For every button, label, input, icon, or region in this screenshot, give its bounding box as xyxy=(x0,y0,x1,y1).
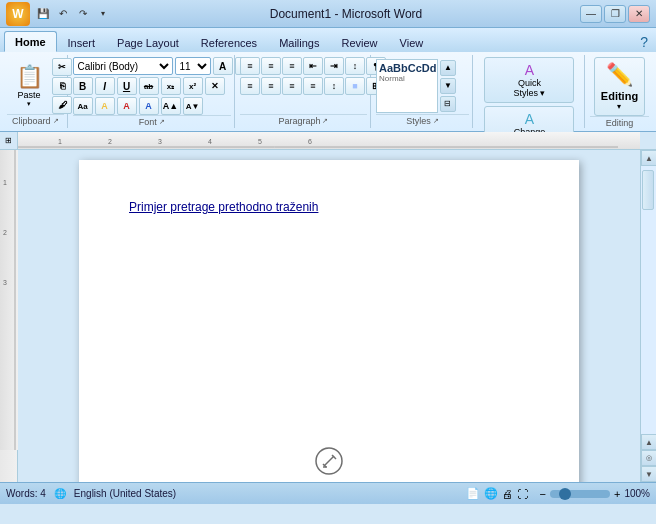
minimize-button[interactable]: — xyxy=(580,5,602,23)
scroll-thumb[interactable] xyxy=(642,170,654,210)
svg-text:5: 5 xyxy=(258,138,262,145)
shading-button[interactable]: ■ xyxy=(345,77,365,95)
styles-more-icon[interactable]: ⊟ xyxy=(440,96,456,112)
tab-page-layout[interactable]: Page Layout xyxy=(106,32,190,52)
tab-insert[interactable]: Insert xyxy=(57,32,107,52)
view-full-icon[interactable]: ⛶ xyxy=(517,488,528,500)
clipboard-arrow-icon[interactable]: ↗ xyxy=(53,117,59,125)
doc-scroll-area[interactable]: Primjer pretrage prethodno traženih xyxy=(18,150,640,482)
grow-font-button[interactable]: A xyxy=(213,57,233,75)
svg-text:3: 3 xyxy=(3,279,7,286)
paragraph-content: ≡ ≡ ≡ ⇤ ⇥ ↕ ¶ ≡ ≡ ≡ ≡ ↕ ■ ⊞ xyxy=(240,57,367,114)
numbering-button[interactable]: ≡ xyxy=(261,57,281,75)
tab-view[interactable]: View xyxy=(389,32,435,52)
tab-review[interactable]: Review xyxy=(330,32,388,52)
zoom-level[interactable]: 100% xyxy=(624,488,650,499)
redo-quick-btn[interactable]: ↷ xyxy=(74,6,92,22)
bullets-button[interactable]: ≡ xyxy=(240,57,260,75)
bold-button[interactable]: B xyxy=(73,77,93,95)
qa-dropdown-btn[interactable]: ▾ xyxy=(94,6,112,22)
ribbon: 📋 Paste ▾ ✂ ⎘ 🖌 Clipboard ↗ Calibri (Bod… xyxy=(0,52,656,132)
decrease-indent-button[interactable]: ⇤ xyxy=(303,57,323,75)
font-color-button[interactable]: A xyxy=(117,97,137,115)
tab-home[interactable]: Home xyxy=(4,31,57,52)
change-styles-icon: A xyxy=(493,111,565,127)
undo-quick-btn[interactable]: ↶ xyxy=(54,6,72,22)
font-color-row: Aa A A A A▲ A▼ xyxy=(73,97,203,115)
status-bar: Words: 4 🌐 English (United States) 📄 🌐 🖨… xyxy=(0,482,656,504)
align-left-button[interactable]: ≡ xyxy=(240,77,260,95)
quick-styles-group: A QuickStyles ▾ A ChangeStyles ▾ Styles xyxy=(475,55,585,128)
font-size-dn-button[interactable]: A▼ xyxy=(183,97,203,115)
font-group: Calibri (Body) 11 A A B I U ab x₂ x² ✕ A… xyxy=(70,55,235,128)
save-quick-btn[interactable]: 💾 xyxy=(34,6,52,22)
font-color2-button[interactable]: A xyxy=(139,97,159,115)
justify-button[interactable]: ≡ xyxy=(303,77,323,95)
paste-label: Paste xyxy=(17,90,40,100)
styles-up-icon[interactable]: ▲ xyxy=(440,60,456,76)
font-size-up-button[interactable]: A▲ xyxy=(161,97,181,115)
office-logo-icon[interactable]: W xyxy=(6,2,30,26)
para-row2: ≡ ≡ ≡ ≡ ↕ ■ ⊞ xyxy=(240,77,386,95)
help-icon[interactable]: ? xyxy=(636,32,652,52)
paragraph-arrow-icon[interactable]: ↗ xyxy=(322,117,328,125)
prev-page-button[interactable]: ▲ xyxy=(641,434,656,450)
view-normal-icon[interactable]: 📄 xyxy=(466,487,480,500)
align-right-button[interactable]: ≡ xyxy=(282,77,302,95)
svg-text:6: 6 xyxy=(308,138,312,145)
clear-format-button[interactable]: ✕ xyxy=(205,77,225,95)
tab-mailings[interactable]: Mailings xyxy=(268,32,330,52)
paste-button[interactable]: 📋 Paste ▾ xyxy=(7,61,51,111)
select-browse-button[interactable]: ◎ xyxy=(641,450,656,466)
zoom-in-button[interactable]: + xyxy=(614,488,620,500)
zoom-out-button[interactable]: − xyxy=(540,488,546,500)
ruler-corner-icon[interactable]: ⊞ xyxy=(0,132,17,149)
editing-label: Editing xyxy=(601,90,638,102)
align-center-button[interactable]: ≡ xyxy=(261,77,281,95)
line-spacing-button[interactable]: ↕ xyxy=(324,77,344,95)
multilevel-button[interactable]: ≡ xyxy=(282,57,302,75)
underline-button[interactable]: U xyxy=(117,77,137,95)
svg-text:1: 1 xyxy=(58,138,62,145)
styles-arrow-icon[interactable]: ↗ xyxy=(433,117,439,125)
superscript-button[interactable]: x² xyxy=(183,77,203,95)
font-size-select[interactable]: 11 xyxy=(175,57,211,75)
clipboard-group: 📋 Paste ▾ ✂ ⎘ 🖌 Clipboard ↗ xyxy=(4,55,68,128)
tab-references[interactable]: References xyxy=(190,32,268,52)
quick-styles-label: QuickStyles ▾ xyxy=(493,78,565,98)
scroll-up-button[interactable]: ▲ xyxy=(641,150,656,166)
quick-styles-icon: A xyxy=(493,62,565,78)
title-bar-left: W 💾 ↶ ↷ ▾ xyxy=(6,2,112,26)
strikethrough-button[interactable]: ab xyxy=(139,77,159,95)
word-count[interactable]: Words: 4 xyxy=(6,488,46,499)
scroll-track[interactable] xyxy=(641,166,656,434)
language-status[interactable]: English (United States) xyxy=(74,488,176,499)
vruler-svg: 1 2 3 xyxy=(0,150,18,450)
close-button[interactable]: ✕ xyxy=(628,5,650,23)
text-highlight-button[interactable]: A xyxy=(95,97,115,115)
quick-styles-button[interactable]: A QuickStyles ▾ xyxy=(484,57,574,103)
restore-button[interactable]: ❐ xyxy=(604,5,626,23)
next-page-button[interactable]: ▼ xyxy=(641,466,656,482)
editing-button[interactable]: ✏️ Editing ▾ xyxy=(594,57,645,116)
change-case-button[interactable]: Aa xyxy=(73,97,93,115)
svg-text:4: 4 xyxy=(208,138,212,145)
svg-text:3: 3 xyxy=(158,138,162,145)
paragraph-group: ≡ ≡ ≡ ⇤ ⇥ ↕ ¶ ≡ ≡ ≡ ≡ ↕ ■ ⊞ Paragraph ↗ xyxy=(237,55,371,128)
italic-button[interactable]: I xyxy=(95,77,115,95)
subscript-button[interactable]: x₂ xyxy=(161,77,181,95)
increase-indent-button[interactable]: ⇥ xyxy=(324,57,344,75)
font-name-select[interactable]: Calibri (Body) xyxy=(73,57,173,75)
svg-text:2: 2 xyxy=(3,229,7,236)
styles-down-icon[interactable]: ▼ xyxy=(440,78,456,94)
view-print-icon[interactable]: 🖨 xyxy=(502,488,513,500)
language-flag-icon: 🌐 xyxy=(54,488,66,499)
styles-group: AaBbCcDd Normal ▲ ▼ ⊟ Styles ↗ xyxy=(373,55,473,128)
view-web-icon[interactable]: 🌐 xyxy=(484,487,498,500)
font-selects-row: Calibri (Body) 11 A A xyxy=(73,57,255,75)
font-arrow-icon[interactable]: ↗ xyxy=(159,118,165,126)
zoom-slider[interactable] xyxy=(550,490,610,498)
document-text[interactable]: Primjer pretrage prethodno traženih xyxy=(129,200,529,214)
sort-button[interactable]: ↕ xyxy=(345,57,365,75)
ruler-corner[interactable]: ⊞ xyxy=(0,132,18,150)
